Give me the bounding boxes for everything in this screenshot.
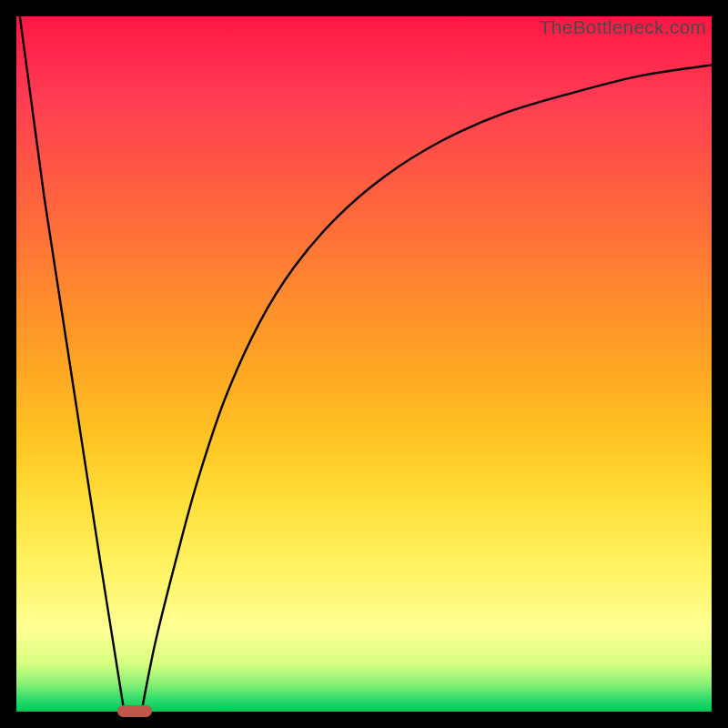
curve-right-branch xyxy=(142,65,712,712)
curve-left-branch xyxy=(20,16,125,712)
chart-frame: TheBottleneck.com xyxy=(0,0,728,728)
plot-area: TheBottleneck.com xyxy=(16,16,712,712)
optimal-range-marker xyxy=(117,705,152,717)
bottleneck-curve xyxy=(16,16,712,712)
